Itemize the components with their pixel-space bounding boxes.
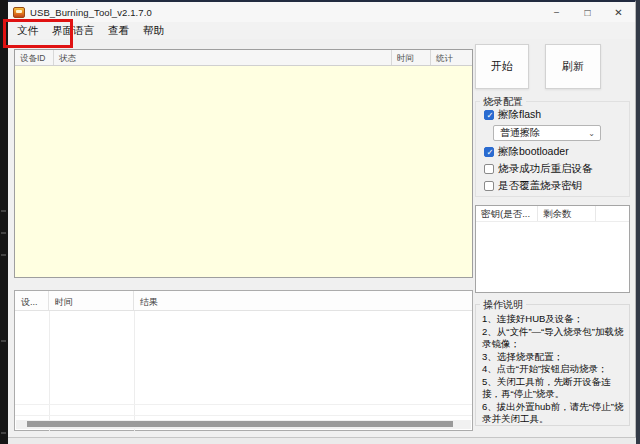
device-table-col-device-id[interactable]: 设备ID (15, 50, 54, 65)
device-list-table[interactable]: 设备ID 状态 时间 统计 (14, 49, 473, 278)
minimize-icon[interactable]: – (541, 2, 572, 22)
refresh-button[interactable]: 刷新 (545, 44, 601, 89)
erase-mode-value: 普通擦除 (494, 126, 588, 140)
scrollbar-thumb[interactable] (27, 421, 453, 427)
usb-burning-tool-window: USB_Burning_Tool_v2.1.7.0 – □ ✕ 文件 界面语言 … (8, 0, 636, 438)
instruction-line: 2、从“文件”—“导入烧录包”加载烧录镜像； (482, 326, 625, 351)
overwrite-key-checkbox[interactable] (484, 181, 494, 191)
desktop-area-below-window (8, 438, 636, 444)
app-icon (13, 7, 25, 18)
erase-flash-checkbox[interactable] (484, 110, 494, 120)
key-table-col-remaining[interactable]: 剩余数 (538, 206, 596, 221)
instruction-line: 6、拔出外置hub前，请先“停止”烧录并关闭工具。 (482, 401, 625, 426)
menu-item-language[interactable]: 界面语言 (45, 23, 101, 39)
log-table-col-result[interactable]: 结果 (134, 291, 472, 310)
close-icon[interactable]: ✕ (603, 2, 634, 22)
horizontal-scrollbar[interactable] (16, 420, 471, 429)
reboot-after-burn-label: 烧录成功后重启设备 (498, 162, 593, 176)
erase-bootloader-option[interactable]: 擦除bootloader (484, 145, 569, 159)
reboot-after-burn-checkbox[interactable] (484, 164, 494, 174)
key-table-header: 密钥(是否... 剩余数 (476, 206, 629, 222)
maximize-icon[interactable]: □ (572, 2, 603, 22)
background-window-strip-left (0, 0, 8, 444)
device-table-col-status[interactable]: 状态 (54, 50, 392, 65)
erase-flash-label: 擦除flash (498, 108, 541, 122)
erase-flash-option[interactable]: 擦除flash (484, 108, 541, 122)
instruction-line: 4、点击“开始”按钮启动烧录； (482, 363, 625, 376)
key-table-col-key[interactable]: 密钥(是否... (476, 206, 538, 221)
instructions-text: 1、连接好HUB及设备； 2、从“文件”—“导入烧录包”加载烧录镜像； 3、选择… (482, 313, 625, 426)
menu-item-file[interactable]: 文件 (10, 23, 45, 39)
overwrite-key-label: 是否覆盖烧录密钥 (498, 179, 582, 193)
instructions-group: 操作说明 1、连接好HUB及设备； 2、从“文件”—“导入烧录包”加载烧录镜像；… (475, 304, 630, 426)
burn-config-title: 烧录配置 (480, 95, 526, 109)
burn-config-group: 烧录配置 擦除flash 普通擦除 ⌄ 擦除bootloader 烧录成功后重启… (475, 101, 630, 197)
erase-mode-dropdown[interactable]: 普通擦除 ⌄ (493, 125, 601, 141)
menu-item-help[interactable]: 帮助 (136, 23, 171, 39)
instruction-line: 1、连接好HUB及设备； (482, 313, 625, 326)
start-button[interactable]: 开始 (475, 44, 529, 89)
device-table-header: 设备ID 状态 时间 统计 (15, 50, 472, 66)
menu-bar: 文件 界面语言 查看 帮助 (8, 22, 635, 39)
window-title: USB_Burning_Tool_v2.1.7.0 (30, 7, 152, 18)
device-table-col-stats[interactable]: 统计 (431, 50, 472, 65)
background-window-strip-right (636, 0, 640, 444)
log-table-col-device[interactable]: 设... (15, 291, 49, 310)
device-table-col-time[interactable]: 时间 (392, 50, 431, 65)
window-controls: – □ ✕ (541, 2, 634, 22)
instruction-line: 5、关闭工具前，先断开设备连接，再“停止”烧录。 (482, 376, 625, 401)
log-table-header: 设... 时间 结果 (15, 291, 472, 311)
log-table[interactable]: 设... 时间 结果 (14, 290, 473, 431)
instruction-line: 3、选择烧录配置； (482, 351, 625, 364)
chevron-down-icon: ⌄ (588, 129, 600, 138)
title-bar: USB_Burning_Tool_v2.1.7.0 – □ ✕ (8, 2, 635, 22)
log-table-col-time[interactable]: 时间 (49, 291, 134, 310)
menu-item-view[interactable]: 查看 (101, 23, 136, 39)
screenshot-root: USB_Burning_Tool_v2.1.7.0 – □ ✕ 文件 界面语言 … (0, 0, 640, 444)
reboot-after-burn-option[interactable]: 烧录成功后重启设备 (484, 162, 593, 176)
erase-bootloader-label: 擦除bootloader (498, 145, 569, 159)
instructions-title: 操作说明 (480, 298, 526, 312)
log-table-row-line (15, 404, 472, 405)
key-table[interactable]: 密钥(是否... 剩余数 (475, 205, 630, 293)
log-table-divider (49, 311, 50, 431)
key-table-col-extra (596, 206, 629, 221)
log-table-divider (134, 311, 135, 431)
overwrite-key-option[interactable]: 是否覆盖烧录密钥 (484, 179, 582, 193)
log-table-row-line (15, 415, 472, 416)
erase-bootloader-checkbox[interactable] (484, 147, 494, 157)
